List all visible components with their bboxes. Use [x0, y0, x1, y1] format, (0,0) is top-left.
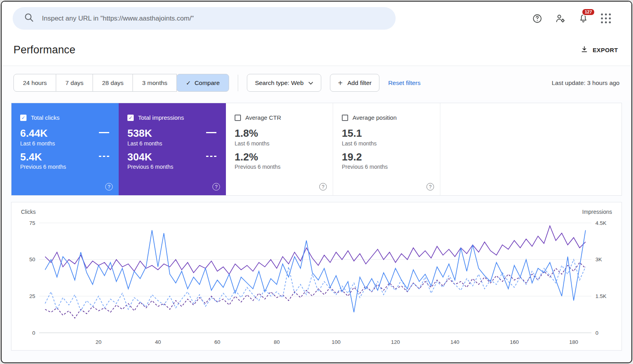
help-icon[interactable]: ?: [212, 183, 220, 190]
solid-line-indicator: [99, 132, 109, 133]
metric-period: Last 6 months: [20, 140, 94, 147]
performance-chart[interactable]: 00251.5K503K754.5K2040608010012014016018…: [19, 217, 616, 347]
chevron-down-icon: [308, 79, 313, 87]
download-icon: [580, 45, 588, 55]
url-inspection-search[interactable]: Inspect any URL in "https://www.aasthajo…: [13, 7, 396, 30]
svg-text:1.5K: 1.5K: [595, 293, 606, 299]
range-7-days[interactable]: 7 days: [56, 74, 93, 92]
svg-text:75: 75: [29, 220, 35, 226]
range-compare[interactable]: ✓ Compare: [176, 74, 229, 92]
average-position-checkbox[interactable]: ✓: [342, 115, 348, 121]
help-icon[interactable]: ?: [426, 183, 434, 190]
plus-icon: +: [338, 79, 343, 87]
range-3-months[interactable]: 3 months: [133, 74, 177, 92]
card-label: Average position: [353, 114, 396, 121]
user-settings-icon[interactable]: [552, 10, 569, 27]
metric-value: 6.44K: [20, 128, 94, 139]
average-ctr-checkbox[interactable]: ✓: [235, 115, 241, 121]
metric-value: 5.4K: [20, 151, 94, 163]
card-label: Total impressions: [138, 114, 184, 121]
metric-period: Previous 6 months: [235, 164, 308, 170]
metric-period: Last 6 months: [342, 140, 415, 147]
filter-row: 24 hours 7 days 28 days 3 months ✓ Compa…: [2, 66, 631, 100]
svg-text:160: 160: [510, 339, 519, 345]
search-console-app: Inspect any URL in "https://www.aasthajo…: [1, 1, 632, 363]
range-24-hours[interactable]: 24 hours: [13, 74, 56, 92]
metric-period: Previous 6 months: [342, 164, 415, 170]
metric-value: 15.1: [342, 128, 415, 139]
search-type-dropdown[interactable]: Search type: Web: [247, 74, 321, 92]
apps-grid-icon[interactable]: [597, 10, 615, 27]
notifications-bell-icon[interactable]: 127: [574, 10, 592, 27]
left-axis-label: Clicks: [21, 209, 36, 215]
metric-card-average-position[interactable]: ✓ Average position 15.1 Last 6 months 19…: [333, 103, 440, 195]
reset-filters-link[interactable]: Reset filters: [388, 79, 421, 87]
svg-text:140: 140: [451, 339, 460, 345]
svg-text:60: 60: [214, 339, 220, 345]
notification-count-badge: 127: [582, 8, 595, 16]
card-label: Total clicks: [31, 114, 60, 121]
metric-card-average-ctr[interactable]: ✓ Average CTR 1.8% Last 6 months 1.2% Pr…: [226, 103, 333, 195]
svg-text:4.5K: 4.5K: [595, 220, 606, 226]
svg-text:25: 25: [29, 293, 35, 299]
check-icon: ✓: [21, 115, 25, 121]
help-icon[interactable]: ?: [319, 183, 327, 190]
metric-period: Previous 6 months: [127, 164, 201, 170]
divider: [238, 75, 238, 91]
dashed-line-indicator: [206, 156, 216, 157]
svg-text:120: 120: [391, 339, 400, 345]
range-28-days[interactable]: 28 days: [93, 74, 133, 92]
metric-value: 1.8%: [235, 128, 308, 139]
date-range-segmented-control: 24 hours 7 days 28 days 3 months ✓ Compa…: [13, 74, 229, 92]
search-icon: [24, 12, 34, 25]
topbar: Inspect any URL in "https://www.aasthajo…: [2, 2, 631, 34]
page-header: Performance EXPORT: [2, 34, 631, 66]
card-label: Average CTR: [245, 114, 281, 121]
svg-text:100: 100: [332, 339, 341, 345]
metric-card-total-clicks[interactable]: ✓ Total clicks 6.44K Last 6 months 5.4K …: [11, 103, 119, 195]
svg-text:3K: 3K: [595, 256, 602, 262]
dashed-line-indicator: [99, 156, 109, 157]
last-update-text: Last update: 3 hours ago: [552, 79, 620, 87]
performance-chart-panel: Clicks Impressions 00251.5K503K754.5K204…: [11, 202, 622, 351]
metric-period: Last 6 months: [127, 140, 201, 147]
svg-text:80: 80: [274, 339, 280, 345]
right-axis-label: Impressions: [582, 209, 612, 215]
topbar-icons: 127: [529, 10, 621, 27]
metric-value: 538K: [127, 128, 201, 139]
check-icon: ✓: [129, 115, 133, 121]
metric-value: 19.2: [342, 151, 415, 163]
svg-text:180: 180: [569, 339, 578, 345]
total-clicks-checkbox[interactable]: ✓: [20, 115, 27, 121]
search-placeholder: Inspect any URL in "https://www.aasthajo…: [42, 15, 194, 23]
svg-text:40: 40: [155, 339, 161, 345]
metric-period: Previous 6 months: [20, 164, 94, 170]
metric-value: 304K: [127, 151, 201, 163]
svg-text:50: 50: [29, 256, 35, 262]
export-button[interactable]: EXPORT: [580, 45, 618, 55]
metric-period: Last 6 months: [235, 140, 308, 147]
cards-empty-area: [440, 103, 622, 195]
solid-line-indicator: [206, 132, 216, 133]
help-button[interactable]: [529, 10, 546, 27]
check-icon: ✓: [186, 79, 191, 87]
svg-text:20: 20: [96, 339, 102, 345]
add-filter-button[interactable]: + Add filter: [330, 74, 379, 92]
total-impressions-checkbox[interactable]: ✓: [127, 115, 134, 121]
help-icon[interactable]: ?: [105, 183, 113, 190]
metric-card-total-impressions[interactable]: ✓ Total impressions 538K Last 6 months 3…: [119, 103, 226, 195]
metric-cards-panel: ✓ Total clicks 6.44K Last 6 months 5.4K …: [11, 103, 622, 196]
svg-text:0: 0: [32, 330, 35, 336]
page-title: Performance: [13, 44, 76, 56]
svg-text:0: 0: [595, 330, 599, 336]
metric-value: 1.2%: [235, 151, 308, 163]
